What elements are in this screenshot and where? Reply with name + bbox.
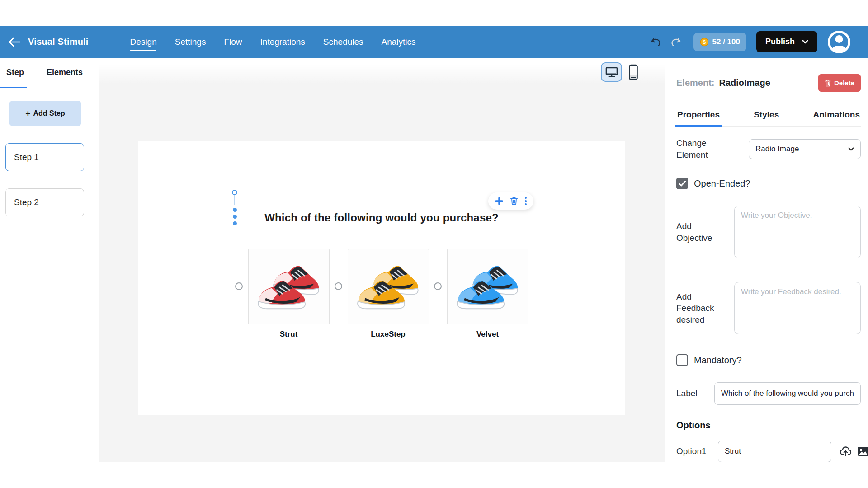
option-1-icons bbox=[840, 446, 868, 457]
label-field-label: Label bbox=[676, 388, 704, 399]
svg-text:$: $ bbox=[703, 39, 705, 45]
nav-item-schedules[interactable]: Schedules bbox=[323, 37, 363, 47]
properties-panel: Element: RadioImage Delete Properties St… bbox=[665, 58, 868, 462]
dropdown-value: Radio Image bbox=[755, 145, 799, 154]
sneaker-yellow-illustration bbox=[354, 263, 423, 311]
back-arrow-icon[interactable] bbox=[8, 35, 22, 49]
top-navbar: Visual Stimuli Design Settings Flow Inte… bbox=[0, 26, 868, 58]
option-image[interactable] bbox=[447, 249, 528, 324]
image-options-row: Strut bbox=[138, 249, 625, 339]
option-image[interactable] bbox=[248, 249, 330, 324]
drag-handle-circle bbox=[232, 190, 237, 195]
upload-image-icon[interactable] bbox=[840, 446, 852, 457]
nav-item-analytics[interactable]: Analytics bbox=[382, 37, 416, 47]
change-element-label: Change Element bbox=[676, 137, 736, 160]
option-image[interactable] bbox=[348, 249, 429, 324]
element-name: RadioImage bbox=[719, 78, 770, 88]
redo-icon[interactable] bbox=[670, 37, 682, 47]
chevron-down-icon bbox=[802, 40, 808, 44]
feedback-textarea[interactable] bbox=[734, 282, 861, 334]
option-group-velvet: Velvet bbox=[434, 249, 528, 339]
credits-badge[interactable]: $ 52 / 100 bbox=[693, 33, 746, 51]
option-label: LuxeStep bbox=[371, 330, 406, 339]
tab-step[interactable]: Step bbox=[6, 68, 24, 77]
sneaker-red-illustration bbox=[255, 263, 323, 311]
step-card-2[interactable]: Step 2 bbox=[5, 188, 84, 216]
option-1-row: Option1 bbox=[676, 441, 861, 462]
top-white-strip bbox=[0, 0, 868, 26]
delete-element-icon[interactable] bbox=[510, 197, 518, 206]
drag-handle-line bbox=[234, 195, 235, 205]
objective-textarea[interactable] bbox=[734, 206, 861, 258]
step-card-1[interactable]: Step 1 bbox=[5, 143, 84, 171]
publish-label: Publish bbox=[765, 37, 795, 47]
panel-header: Element: RadioImage Delete bbox=[676, 74, 861, 92]
plus-icon: + bbox=[25, 108, 30, 118]
canvas-top-fade bbox=[99, 58, 665, 84]
sidebar-tabs: Step Elements bbox=[0, 58, 99, 88]
publish-button[interactable]: Publish bbox=[756, 31, 817, 52]
coin-icon: $ bbox=[700, 38, 709, 47]
label-row: Label bbox=[676, 382, 861, 405]
nav-item-settings[interactable]: Settings bbox=[175, 37, 206, 47]
option-group-strut: Strut bbox=[235, 249, 330, 339]
tab-elements[interactable]: Elements bbox=[47, 68, 83, 77]
add-step-label: Add Step bbox=[33, 109, 65, 117]
add-feedback-label: Add Feedback desired bbox=[676, 291, 727, 326]
user-avatar[interactable] bbox=[827, 30, 851, 54]
mandatory-row[interactable]: Mandatory? bbox=[676, 354, 861, 366]
open-ended-row[interactable]: Open-Ended? bbox=[676, 178, 861, 189]
label-input[interactable] bbox=[714, 382, 861, 405]
delete-button[interactable]: Delete bbox=[818, 74, 861, 92]
element-toolbar bbox=[488, 192, 533, 210]
navbar-right: $ 52 / 100 Publish bbox=[650, 30, 851, 54]
open-ended-label: Open-Ended? bbox=[694, 178, 750, 189]
add-step-button[interactable]: + Add Step bbox=[9, 101, 81, 126]
active-tab-underline bbox=[0, 87, 27, 88]
panel-tabs: Properties Styles Animations bbox=[676, 102, 861, 127]
credits-count: 52 / 100 bbox=[712, 38, 740, 47]
question-text[interactable]: Which of the following would you purchas… bbox=[138, 211, 625, 224]
mobile-preview-button[interactable] bbox=[628, 64, 638, 80]
undo-icon[interactable] bbox=[650, 37, 662, 47]
radio-button[interactable] bbox=[235, 282, 243, 290]
trash-icon bbox=[825, 80, 831, 87]
feedback-row: Add Feedback desired bbox=[676, 282, 861, 334]
step-1-label: Step 1 bbox=[14, 152, 39, 162]
design-canvas: Which of the following would you purchas… bbox=[99, 58, 665, 462]
add-objective-label: Add Objective bbox=[676, 221, 727, 244]
more-options-icon[interactable] bbox=[525, 197, 527, 205]
tab-properties[interactable]: Properties bbox=[677, 110, 720, 126]
project-title: Visual Stimuli bbox=[28, 37, 89, 47]
change-element-dropdown[interactable]: Radio Image bbox=[749, 139, 861, 159]
radio-button[interactable] bbox=[335, 282, 342, 290]
steps-sidebar: Step Elements + Add Step Step 1 Step 2 bbox=[0, 58, 99, 462]
question-card: Which of the following would you purchas… bbox=[138, 141, 625, 415]
option-1-input[interactable] bbox=[718, 441, 831, 462]
add-element-icon[interactable] bbox=[495, 197, 503, 205]
nav-item-integrations[interactable]: Integrations bbox=[260, 37, 305, 47]
option-group-luxestep: LuxeStep bbox=[335, 249, 429, 339]
nav-item-design[interactable]: Design bbox=[130, 37, 157, 47]
mandatory-checkbox[interactable] bbox=[676, 354, 688, 366]
radio-button[interactable] bbox=[434, 282, 442, 290]
tab-styles[interactable]: Styles bbox=[754, 110, 779, 126]
image-icon[interactable] bbox=[857, 446, 868, 456]
objective-row: Add Objective bbox=[676, 206, 861, 258]
option-1-name: Option1 bbox=[676, 446, 712, 456]
element-label: Element: bbox=[676, 78, 714, 88]
step-2-label: Step 2 bbox=[14, 197, 39, 207]
nav-item-flow[interactable]: Flow bbox=[224, 37, 242, 47]
option-label: Velvet bbox=[476, 330, 499, 339]
option-label: Strut bbox=[280, 330, 298, 339]
nav-menu: Design Settings Flow Integrations Schedu… bbox=[130, 37, 416, 47]
chevron-down-icon bbox=[848, 147, 854, 151]
delete-label: Delete bbox=[834, 79, 854, 87]
options-heading: Options bbox=[676, 420, 861, 431]
desktop-preview-button[interactable] bbox=[601, 62, 622, 82]
sneaker-blue-illustration bbox=[453, 263, 522, 311]
mandatory-label: Mandatory? bbox=[694, 355, 742, 366]
tab-animations[interactable]: Animations bbox=[813, 110, 860, 126]
change-element-row: Change Element Radio Image bbox=[676, 137, 861, 160]
open-ended-checkbox[interactable] bbox=[676, 178, 688, 189]
